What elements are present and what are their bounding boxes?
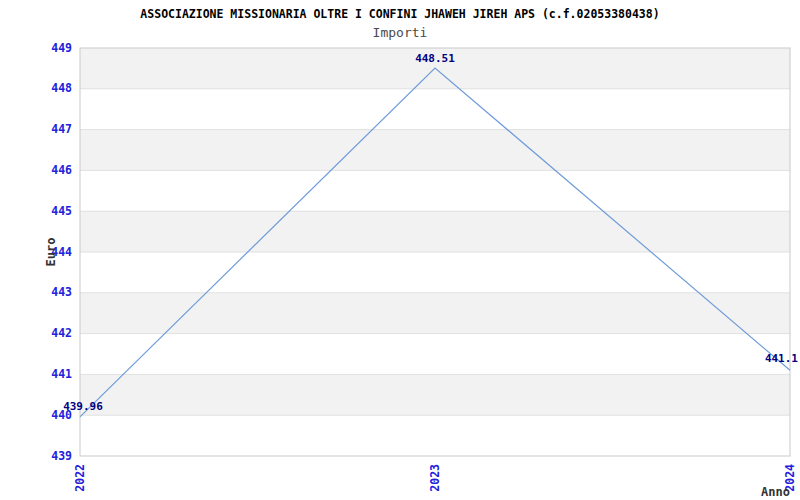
x-axis-title: Anno bbox=[0, 485, 790, 499]
data-point-label: 441.1 bbox=[765, 352, 798, 365]
y-tick-label: 445 bbox=[51, 204, 72, 218]
y-axis-title: Euro bbox=[44, 238, 58, 267]
grid-band bbox=[80, 211, 790, 252]
y-tick-label: 449 bbox=[51, 41, 72, 55]
line-chart-canvas: 4494484474464454444434424414404392022202… bbox=[0, 0, 800, 500]
y-tick-label: 447 bbox=[51, 122, 72, 136]
grid-band bbox=[80, 130, 790, 171]
data-point-label: 439.96 bbox=[63, 400, 103, 413]
y-tick-label: 441 bbox=[51, 367, 72, 381]
data-point-label: 448.51 bbox=[415, 52, 455, 65]
grid-band bbox=[80, 293, 790, 334]
y-tick-label: 446 bbox=[51, 163, 72, 177]
y-tick-label: 439 bbox=[51, 449, 72, 463]
y-tick-label: 442 bbox=[51, 326, 72, 340]
y-tick-label: 448 bbox=[51, 81, 72, 95]
y-tick-label: 443 bbox=[51, 285, 72, 299]
grid-band bbox=[80, 374, 790, 415]
